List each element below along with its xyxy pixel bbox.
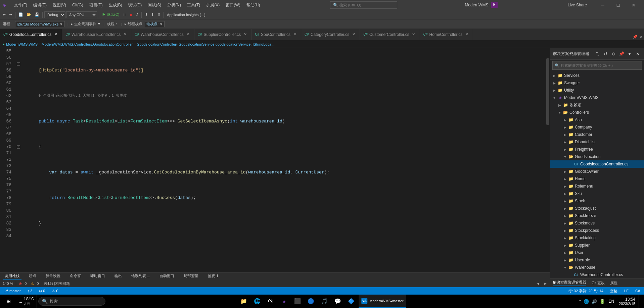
taskbar-edge[interactable]: 🌐 [251,295,263,308]
system-clock[interactable]: 13:54 2023/2/15 [617,297,637,306]
tab-warehousearea[interactable]: C# Warehouseare...ontroller.cs ✕ [62,29,131,40]
tree-item-sku[interactable]: ▶ 📁 Sku [550,190,644,197]
minimize-btn[interactable]: ─ [595,0,610,10]
run-btn[interactable]: ▶ 继续(C) [101,11,121,18]
taskbar-search[interactable]: 🔍 搜索 [38,297,105,306]
tree-item-stockadjust[interactable]: ▶ 📁 Stockadjust [550,205,644,212]
pause-btn[interactable]: ⏸ [121,11,128,18]
tree-item-customer[interactable]: ▶ 📁 Customer [550,131,644,138]
tree-item-warehousecontroller[interactable]: ▶ C# WarehouseController.cs [550,271,644,278]
search-box[interactable]: 🔍 搜索 (Ctrl+Q) [330,1,397,9]
tray-lang-icon[interactable]: EN [607,299,615,304]
taskbar-chrome[interactable]: 🔵 [305,295,317,308]
restart-btn[interactable]: ↺ [134,11,140,18]
scrollbar-thumb[interactable] [546,58,549,125]
tree-item-warehouse[interactable]: ▼ 📂 Warehouse [550,264,644,271]
tree-item-home[interactable]: ▶ 📁 Home [550,175,644,183]
indentation[interactable]: 空格 [609,287,619,295]
menu-test[interactable]: 测试(S) [145,2,164,9]
tab-spu[interactable]: C# SpuController.cs ✕ [251,29,301,40]
bottom-tab-errors[interactable]: 错误列表 ... [129,273,152,280]
tray-network-icon[interactable]: 🌐 [583,298,590,305]
tree-item-dispatchlist[interactable]: ▶ 📁 Dispatchlist [550,138,644,146]
tree-item-goodslocationcontroller[interactable]: ▶ C# GoodslocationController.cs [550,160,644,168]
tray-volume-icon[interactable]: 🔊 [591,298,598,305]
tree-item-stockmove[interactable]: ▶ 📁 Stockmove [550,219,644,227]
tree-item-stocktaking[interactable]: ▶ 📁 Stocktaking [550,234,644,242]
taskbar-app4[interactable]: 🔷 [345,295,357,308]
show-desktop-btn[interactable] [639,295,641,308]
bottom-tab-immediate[interactable]: 即时窗口 [88,273,107,280]
status-warnings[interactable]: ⚠ 0 [50,287,59,295]
menu-view[interactable]: 视图(V) [50,2,69,9]
tab-close-home[interactable]: ✕ [464,32,469,37]
git-changes[interactable]: ↑ 3 [26,287,34,295]
fold-70[interactable]: − [17,144,23,150]
tree-item-goodslocation[interactable]: ▼ 📂 Goodslocation [550,153,644,160]
step-into-btn[interactable]: ⬇ [150,11,155,18]
fold-marker-70[interactable]: − [17,145,20,149]
process-value[interactable]: [26716] ModernWMS.exe ▼ [15,21,65,27]
fold-57[interactable]: − [17,61,23,67]
tree-item-controllers[interactable]: ▼ 📂 Controllers [550,109,644,116]
menu-project[interactable]: 项目(P) [87,2,105,9]
cpu-config-selector[interactable]: Any CPU [66,11,97,18]
menu-file[interactable]: 文件(F) [11,2,30,9]
tree-item-stockfreeze[interactable]: ▶ 📁 Stockfreeze [550,212,644,219]
se-search-box[interactable]: 🔍 [552,61,642,70]
undo-btn[interactable]: ↩ [1,11,7,18]
breadcrumb-method[interactable]: GoodslocationController(IGoodslocationSe… [137,42,275,46]
tree-item-goodsowner[interactable]: ▶ 📁 GoodsOwner [550,168,644,175]
bottom-tab-exceptions[interactable]: 异常设置 [44,273,62,280]
tree-item-userrole[interactable]: ▶ 📁 Userrole [550,256,644,264]
se-sync-btn[interactable]: ⇅ [594,50,601,57]
bottom-tab-command[interactable]: 命令窗 [68,273,83,280]
tab-goodslocation[interactable]: C# Goodsloca...ontroller.cs ✕ [0,29,62,40]
tree-item-utility[interactable]: ▶ 📁 Utility [550,87,644,94]
debug-mode-selector[interactable]: Debug [44,11,65,18]
tree-item-project[interactable]: ▼ ◈ ModernWMS.WMS [550,94,644,101]
tab-home[interactable]: C# HomeController.cs ✕ [420,29,473,40]
se-minimize-btn[interactable]: ▼ [626,50,633,57]
taskbar-store[interactable]: 🛍 [265,295,277,308]
se-tab-properties[interactable]: 属性 [610,280,617,286]
bottom-tab-watch[interactable]: 监视 1 [206,273,220,280]
menu-git[interactable]: Git(G) [70,2,86,8]
new-file-btn[interactable]: 📄 [17,11,25,18]
step-over-btn[interactable]: ⬇ [143,11,149,18]
close-others-btn[interactable]: ✕ [639,34,643,40]
weather-widget[interactable]: ☁ 18°C 多云 [16,295,37,308]
tab-close-spu[interactable]: ✕ [292,32,297,37]
save-btn[interactable]: 💾 [33,11,41,18]
tab-warehousecontroller[interactable]: C# WarehouseController.cs ✕ [131,29,194,40]
breadcrumb-project[interactable]: ModernWMS.WMS [6,42,38,46]
se-pin-btn[interactable]: 📌 [618,50,625,57]
insights-btn[interactable]: Application Insights (...) [166,11,206,18]
code-content[interactable]: [HttpGet("location-by-warehouseare_id")]… [23,48,545,272]
tab-close-category[interactable]: ✕ [351,32,356,37]
step-out-btn[interactable]: ⬆ [156,11,162,18]
tab-close-goodslocation[interactable]: ✕ [53,32,58,37]
stop-btn[interactable]: ■ [128,11,133,18]
se-close-btn[interactable]: ✕ [634,50,641,57]
tab-customer[interactable]: C# CustomerController.cs ✕ [360,29,420,40]
tab-category[interactable]: C# CategoryController.cs ✕ [301,29,360,40]
bottom-tab-callstack[interactable]: 调用堆栈 [3,273,21,280]
menu-analyze[interactable]: 分析(N) [165,2,184,9]
taskbar-vs-running[interactable]: VS ModernWMS-master [359,295,406,308]
status-errors[interactable]: ⊗ 0 [38,287,46,295]
cursor-position[interactable]: 行: 32 字符: 20 列: 14 [567,287,605,295]
tree-item-swagger[interactable]: ▶ 📁 Swagger [550,79,644,87]
tab-supplier[interactable]: C# SupplierController.cs ✕ [194,29,252,40]
tray-icon-chevron[interactable]: ⌃ [578,299,582,304]
se-refresh-btn[interactable]: ↺ [602,50,609,57]
taskbar-file-explorer[interactable]: 📁 [238,295,250,308]
tab-close-customer[interactable]: ✕ [411,32,416,37]
live-share-btn[interactable]: Live Share [565,2,590,8]
line-ending[interactable]: LF [623,287,630,295]
tab-close-supplier[interactable]: ✕ [242,32,248,37]
taskbar-app2[interactable]: 🎵 [318,295,330,308]
taskbar-vs[interactable]: ◈ [278,295,290,308]
tree-item-stock[interactable]: ▶ 📁 Stock [550,197,644,205]
start-btn[interactable]: ⊞ [3,295,15,308]
